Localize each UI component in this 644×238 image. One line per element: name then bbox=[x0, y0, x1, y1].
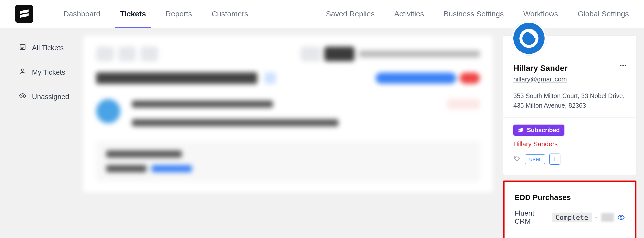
eye-icon bbox=[19, 92, 26, 101]
nav-left-group: Dashboard Tickets Reports Customers bbox=[63, 0, 248, 28]
svg-point-7 bbox=[620, 65, 621, 66]
avatar-icon bbox=[518, 28, 540, 49]
purchase-product: Fluent CRM bbox=[515, 209, 548, 225]
customer-panel: Hillary Sander hillary@gmail.com 353 Sou… bbox=[503, 36, 636, 238]
ticket-card-blurred bbox=[83, 36, 493, 192]
svg-point-4 bbox=[21, 69, 24, 71]
tag-row: user + bbox=[513, 154, 626, 165]
subscribed-badge: Subscribed bbox=[513, 125, 564, 136]
user-icon bbox=[19, 68, 26, 77]
customer-address: 353 South Milton Court, 33 Nobel Drive, … bbox=[513, 91, 626, 110]
tag-user[interactable]: user bbox=[525, 154, 545, 164]
sidebar-item-all-tickets[interactable]: All Tickets bbox=[19, 43, 83, 52]
nav-tickets[interactable]: Tickets bbox=[120, 0, 146, 28]
sidebar-item-my-tickets[interactable]: My Tickets bbox=[19, 68, 83, 77]
nav-saved-replies[interactable]: Saved Replies bbox=[326, 0, 374, 28]
purchase-status: Complete bbox=[552, 213, 592, 222]
purchase-row: Fluent CRM Complete - bbox=[515, 209, 625, 225]
svg-point-5 bbox=[22, 95, 24, 97]
nav-reports[interactable]: Reports bbox=[166, 0, 192, 28]
svg-point-11 bbox=[620, 216, 622, 218]
ticket-content bbox=[83, 36, 503, 238]
sidebar-item-label: Unassigned bbox=[32, 93, 69, 101]
ticket-sidebar: All Tickets My Tickets Unassigned bbox=[0, 36, 83, 238]
nav-dashboard[interactable]: Dashboard bbox=[63, 0, 100, 28]
nav-right-group: Saved Replies Activities Business Settin… bbox=[326, 0, 629, 28]
sidebar-item-unassigned[interactable]: Unassigned bbox=[19, 92, 83, 101]
purchases-title: EDD Purchases bbox=[515, 193, 625, 202]
nav-customers[interactable]: Customers bbox=[212, 0, 248, 28]
app-logo[interactable] bbox=[15, 5, 33, 23]
svg-point-8 bbox=[622, 65, 624, 66]
add-tag-button[interactable]: + bbox=[549, 154, 560, 165]
purchases-card: EDD Purchases Fluent CRM Complete - bbox=[503, 181, 636, 238]
profile-card: Hillary Sander hillary@gmail.com 353 Sou… bbox=[503, 36, 636, 175]
subscribed-label: Subscribed bbox=[527, 127, 560, 134]
main-layout: All Tickets My Tickets Unassigned bbox=[0, 28, 644, 238]
separator-dash: - bbox=[595, 213, 597, 221]
sidebar-item-label: My Tickets bbox=[32, 68, 65, 76]
customer-avatar bbox=[513, 23, 545, 54]
top-nav: Dashboard Tickets Reports Customers Save… bbox=[0, 0, 644, 28]
nav-activities[interactable]: Activities bbox=[394, 0, 424, 28]
avatar-wrap bbox=[512, 21, 546, 55]
subscribed-icon bbox=[518, 127, 524, 133]
view-purchase-button[interactable] bbox=[617, 214, 625, 221]
sidebar-item-label: All Tickets bbox=[32, 44, 64, 52]
more-options-button[interactable] bbox=[619, 62, 627, 71]
svg-point-9 bbox=[625, 65, 626, 66]
svg-point-10 bbox=[515, 157, 516, 158]
nav-business-settings[interactable]: Business Settings bbox=[444, 0, 504, 28]
divider bbox=[503, 117, 636, 117]
customer-email[interactable]: hillary@gmail.com bbox=[513, 75, 567, 83]
crm-contact-name[interactable]: Hillary Sanders bbox=[513, 140, 626, 148]
tag-icon bbox=[513, 155, 521, 163]
list-icon bbox=[19, 43, 26, 52]
customer-name: Hillary Sander bbox=[513, 64, 626, 73]
purchase-amount-hidden bbox=[601, 213, 614, 222]
logo-icon bbox=[19, 8, 30, 19]
nav-global-settings[interactable]: Global Settings bbox=[578, 0, 629, 28]
